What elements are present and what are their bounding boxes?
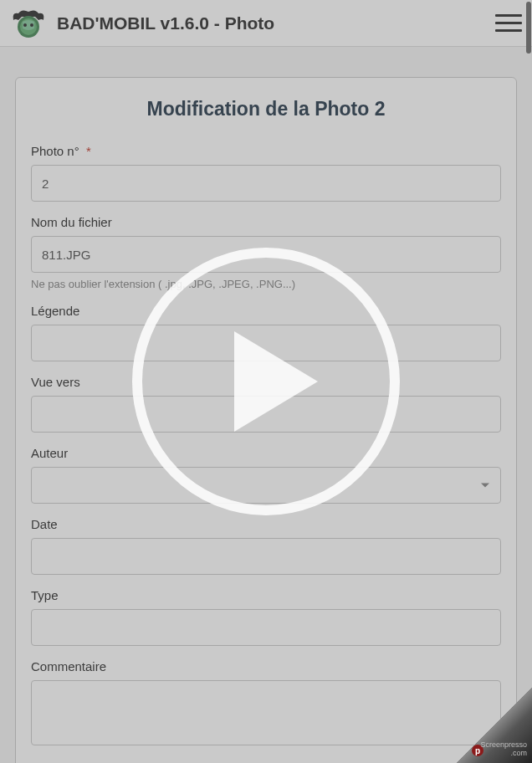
label-commentaire: Commentaire: [31, 659, 501, 673]
watermark: p Screenpresso .com: [457, 719, 532, 763]
label-type: Type: [31, 588, 501, 602]
svg-point-3: [30, 23, 33, 27]
svg-point-2: [23, 23, 27, 27]
field-commentaire: Commentaire: [31, 659, 501, 749]
label-photo-no: Photo n° *: [31, 144, 501, 158]
menu-icon[interactable]: [495, 10, 522, 37]
field-date: Date: [31, 517, 501, 575]
form-title: Modification de la Photo 2: [31, 98, 501, 120]
scrollbar-thumb[interactable]: [526, 2, 531, 54]
scrollbar[interactable]: [525, 0, 532, 763]
app-header: BAD'MOBIL v1.6.0 - Photo: [0, 0, 532, 47]
play-circle-icon: [132, 248, 400, 515]
watermark-text: Screenpresso .com: [480, 741, 527, 758]
label-filename: Nom du fichier: [31, 215, 501, 229]
required-indicator: *: [86, 144, 91, 158]
input-date[interactable]: [31, 538, 501, 575]
input-photo-no[interactable]: [31, 165, 501, 202]
field-photo-no: Photo n° *: [31, 144, 501, 202]
label-date: Date: [31, 517, 501, 531]
input-type[interactable]: [31, 609, 501, 646]
field-type: Type: [31, 588, 501, 646]
app-title: BAD'MOBIL v1.6.0 - Photo: [57, 13, 274, 33]
textarea-commentaire[interactable]: [31, 680, 501, 745]
play-button[interactable]: [132, 248, 400, 515]
play-triangle-icon: [234, 331, 318, 432]
app-logo: [10, 5, 47, 42]
